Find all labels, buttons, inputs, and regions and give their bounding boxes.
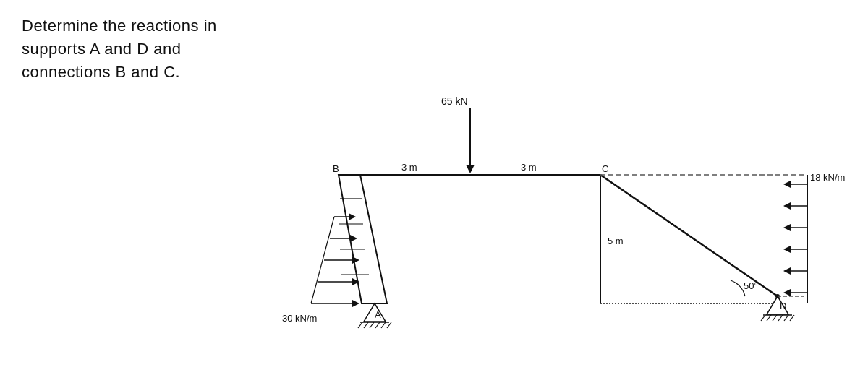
- svg-line-19: [784, 315, 788, 321]
- svg-marker-3: [339, 175, 387, 303]
- dim-3m-right: 3 m: [521, 162, 537, 173]
- svg-line-25: [370, 322, 374, 328]
- problem-statement: Determine the reactions in supports A an…: [22, 14, 217, 84]
- load-18knm-label: 18 kN/m: [810, 172, 845, 183]
- text-line2: supports A and D and: [22, 38, 217, 61]
- svg-line-16: [767, 315, 771, 321]
- svg-line-15: [761, 315, 765, 321]
- dim-5m: 5 m: [608, 236, 624, 246]
- svg-marker-46: [783, 224, 791, 231]
- svg-marker-36: [350, 235, 357, 242]
- svg-marker-30: [352, 300, 359, 307]
- diagram-svg: 65 kN 3 m 3 m 5 m 50°: [246, 14, 854, 376]
- svg-marker-50: [783, 267, 791, 275]
- svg-marker-44: [783, 202, 791, 210]
- svg-line-27: [381, 322, 386, 328]
- load-30knm-label: 30 kN/m: [282, 313, 317, 324]
- label-A: A: [375, 309, 381, 320]
- svg-line-23: [358, 322, 362, 328]
- label-B: B: [333, 163, 339, 174]
- text-line3: connections B and C.: [22, 61, 217, 84]
- svg-marker-34: [352, 256, 359, 264]
- svg-line-18: [778, 315, 783, 321]
- svg-marker-48: [783, 246, 791, 253]
- svg-marker-38: [349, 213, 356, 220]
- svg-marker-1: [466, 165, 475, 173]
- svg-line-24: [364, 322, 368, 328]
- svg-line-10: [600, 175, 778, 296]
- dim-3m-left: 3 m: [401, 162, 417, 173]
- svg-line-28: [387, 322, 391, 328]
- svg-line-17: [773, 315, 777, 321]
- text-line1: Determine the reactions in: [22, 14, 217, 38]
- force-65kn-label: 65 kN: [441, 95, 468, 107]
- angle-50-label: 50°: [744, 280, 758, 291]
- svg-line-26: [375, 322, 380, 328]
- structural-diagram: 65 kN 3 m 3 m 5 m 50°: [246, 14, 854, 376]
- svg-marker-42: [783, 181, 791, 188]
- svg-marker-52: [783, 289, 791, 296]
- label-C: C: [602, 163, 608, 174]
- svg-line-20: [790, 315, 794, 321]
